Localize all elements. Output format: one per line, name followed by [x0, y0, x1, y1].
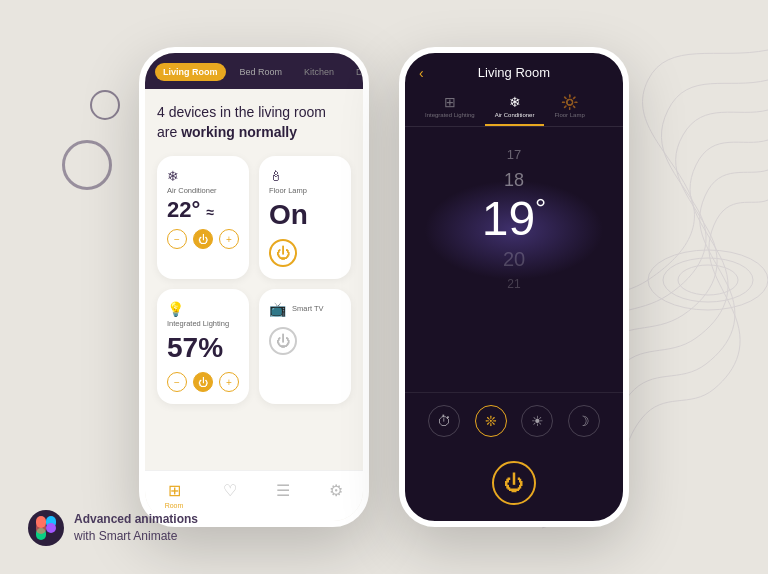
nav-room[interactable]: ⊞ Room: [165, 481, 184, 509]
svg-rect-7: [36, 522, 46, 534]
right-power-btn[interactable]: ⏻: [492, 461, 536, 505]
svg-point-6: [46, 523, 56, 533]
timer-btn[interactable]: ⏱: [428, 405, 460, 437]
favorites-icon: ♡: [223, 481, 237, 500]
device-text1: devices in the living room: [169, 104, 326, 120]
figma-text-line1: Advanced animations: [74, 511, 198, 528]
room-icon: ⊞: [168, 481, 181, 500]
integrated-tab-icon: ⊞: [444, 94, 456, 110]
left-phone: Living Room Bed Room Kitchen Di... 4 dev…: [139, 47, 369, 527]
ac-label: Air Conditioner: [167, 186, 239, 195]
figma-badge-text: Advanced animations with Smart Animate: [74, 511, 198, 545]
room-tabs: Living Room Bed Room Kitchen Di...: [155, 63, 353, 81]
sun-btn[interactable]: ☀: [521, 405, 553, 437]
snowflake-btn[interactable]: ❊: [475, 405, 507, 437]
right-phone: ‹ Living Room ⊞ Integrated Lighting ❄ Ai…: [399, 47, 629, 527]
figma-text-line2: with Smart Animate: [74, 529, 177, 543]
lighting-controls: − ⏻ +: [167, 372, 239, 392]
temp-current: 19°: [482, 195, 547, 243]
lamp-power-icon: ⏻: [276, 245, 290, 261]
device-cards: ❄ Air Conditioner 22° ≈ − ⏻ +: [157, 156, 351, 404]
lighting-label: Integrated Lighting: [167, 319, 239, 328]
ac-controls: − ⏻ +: [167, 229, 239, 249]
ac-tab-icon: ❄: [509, 94, 521, 110]
right-top-bar: ‹ Living Room: [405, 53, 623, 88]
temp-display: 17 18 19° 20 21: [405, 127, 623, 392]
main-container: Living Room Bed Room Kitchen Di... 4 dev…: [0, 0, 768, 574]
lamp-icon: 🕯: [269, 168, 341, 184]
tab-dining[interactable]: Di...: [348, 63, 369, 81]
moon-btn[interactable]: ☽: [568, 405, 600, 437]
left-top-bar: Living Room Bed Room Kitchen Di...: [145, 53, 363, 89]
tv-power-btn[interactable]: ⏻: [269, 327, 297, 355]
nav-favorites[interactable]: ♡: [223, 481, 237, 509]
lighting-icon: 💡: [167, 301, 239, 317]
tab-bed-room[interactable]: Bed Room: [232, 63, 291, 81]
scenes-icon: ☰: [276, 481, 290, 500]
temp-17: 17: [507, 145, 521, 166]
ac-plus-btn[interactable]: +: [219, 229, 239, 249]
lamp-label: Floor Lamp: [269, 186, 341, 195]
tv-label: Smart TV: [292, 304, 324, 313]
right-power-area: ⏻: [405, 449, 623, 521]
left-content: 4 devices in the living room are working…: [145, 89, 363, 470]
nav-settings[interactable]: ⚙: [329, 481, 343, 509]
card-smart-tv: 📺 Smart TV ⏻: [259, 289, 351, 404]
settings-icon: ⚙: [329, 481, 343, 500]
ac-tab-label: Air Conditioner: [495, 112, 535, 118]
temp-18: 18: [504, 166, 524, 195]
temp-20: 20: [503, 243, 525, 275]
card-air-conditioner: ❄ Air Conditioner 22° ≈ − ⏻ +: [157, 156, 249, 279]
lamp-tab-label: Floor Lamp: [554, 112, 584, 118]
card-integrated-lighting: 💡 Integrated Lighting 57% − ⏻ +: [157, 289, 249, 404]
device-row-1: ❄ Air Conditioner 22° ≈ − ⏻ +: [157, 156, 351, 279]
right-controls: ⏱ ❊ ☀ ☽: [405, 392, 623, 449]
lighting-power-btn[interactable]: ⏻: [193, 372, 213, 392]
tab-kitchen[interactable]: Kitchen: [296, 63, 342, 81]
lamp-status: On: [269, 199, 341, 231]
ac-icon: ❄: [167, 168, 239, 184]
nav-scenes[interactable]: ☰: [276, 481, 290, 509]
right-tab-ac[interactable]: ❄ Air Conditioner: [485, 88, 545, 126]
back-button[interactable]: ‹: [419, 65, 424, 81]
degree-symbol: °: [535, 193, 546, 224]
device-row-2: 💡 Integrated Lighting 57% − ⏻ +: [157, 289, 351, 404]
lamp-power-btn[interactable]: ⏻: [269, 239, 297, 267]
lighting-minus-btn[interactable]: −: [167, 372, 187, 392]
lamp-tab-icon: 🔆: [561, 94, 578, 110]
ac-power-btn[interactable]: ⏻: [193, 229, 213, 249]
right-tab-lamp[interactable]: 🔆 Floor Lamp: [544, 88, 594, 126]
tv-icon: 📺: [269, 301, 286, 317]
right-power-icon: ⏻: [504, 472, 524, 495]
right-device-tabs: ⊞ Integrated Lighting ❄ Air Conditioner …: [405, 88, 623, 127]
device-count: 4: [157, 104, 165, 120]
ac-minus-btn[interactable]: −: [167, 229, 187, 249]
device-status: working normally: [181, 124, 297, 140]
ac-value: 22° ≈: [167, 199, 239, 221]
temp-21: 21: [507, 275, 520, 294]
right-tab-integrated[interactable]: ⊞ Integrated Lighting: [415, 88, 485, 126]
temp-scale: 17 18 19° 20 21: [482, 127, 547, 294]
integrated-tab-label: Integrated Lighting: [425, 112, 475, 118]
figma-badge: Advanced animations with Smart Animate: [28, 510, 198, 546]
lighting-value: 57%: [167, 332, 239, 364]
devices-header: 4 devices in the living room are working…: [157, 103, 351, 142]
card-floor-lamp: 🕯 Floor Lamp On ⏻: [259, 156, 351, 279]
ac-wind-icon: ≈: [206, 204, 214, 220]
room-label: Room: [165, 502, 184, 509]
device-text2: are: [157, 124, 177, 140]
figma-logo: [28, 510, 64, 546]
tv-power-icon: ⏻: [276, 333, 290, 349]
right-phone-title: Living Room: [478, 65, 550, 80]
tab-living-room[interactable]: Living Room: [155, 63, 226, 81]
lighting-plus-btn[interactable]: +: [219, 372, 239, 392]
